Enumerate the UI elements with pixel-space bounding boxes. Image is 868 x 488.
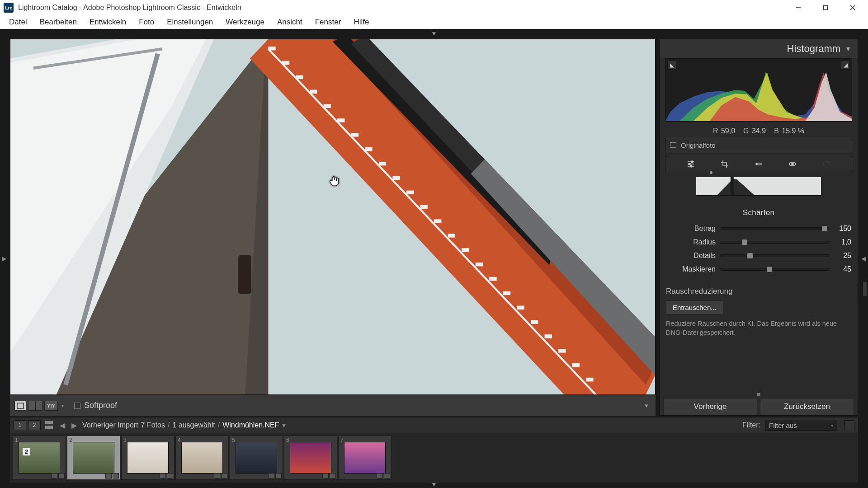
thumbnail[interactable]: 12 (13, 436, 66, 480)
denoise-description: Reduziere Rauschen durch KI. Das Ergebni… (666, 319, 851, 338)
secondary-display-button[interactable]: 2 (28, 420, 41, 430)
slider-thumb[interactable] (747, 253, 753, 259)
denoise-button[interactable]: Entrauschen... (666, 300, 723, 314)
mask-tool-icon[interactable] (822, 160, 831, 169)
image-preview[interactable] (10, 39, 656, 395)
slider-radius-track[interactable] (720, 241, 830, 244)
svg-rect-38 (586, 378, 593, 381)
menu-entwickeln[interactable]: Entwickeln (83, 16, 132, 28)
right-panel-toggle-icon[interactable]: ◀ (861, 255, 866, 262)
menu-bearbeiten[interactable]: Bearbeiten (33, 16, 83, 28)
close-button[interactable] (839, 0, 866, 15)
redeye-tool-icon[interactable] (788, 160, 797, 169)
bottom-panel-toggle-icon[interactable]: ▼ (431, 481, 437, 488)
slider-betrag-track[interactable] (720, 227, 830, 230)
thumbnail[interactable]: 4 (175, 436, 229, 480)
thumbnail-badges (105, 473, 119, 479)
svg-rect-16 (282, 61, 289, 65)
toolbar-options-dropdown-icon[interactable]: ▼ (642, 401, 651, 411)
top-panel-toggle-icon[interactable]: ▼ (431, 30, 437, 37)
svg-point-51 (792, 163, 793, 165)
panel-scroll-handle[interactable] (863, 282, 867, 297)
svg-rect-53 (696, 177, 821, 195)
slider-details: Details 25 (666, 249, 851, 263)
lightroom-logo-icon: Lrc (4, 3, 14, 13)
svg-rect-15 (268, 47, 275, 50)
softproof-checkbox[interactable] (74, 403, 80, 409)
nav-back-icon[interactable]: ◀ (59, 421, 66, 430)
before-after-yy-button[interactable]: Y|Y (44, 401, 58, 411)
svg-rect-30 (476, 263, 483, 266)
loupe-view-button[interactable] (14, 401, 26, 411)
histogram-display[interactable]: ◣ ◢ (665, 58, 852, 122)
original-photo-toggle[interactable]: Originalfoto (665, 138, 852, 152)
svg-rect-25 (406, 191, 414, 194)
thumbnail-image (290, 442, 331, 474)
menu-werkzeuge[interactable]: Werkzeuge (219, 16, 271, 28)
slider-thumb[interactable] (766, 266, 773, 272)
svg-point-45 (691, 161, 693, 163)
menu-hilfe[interactable]: Hilfe (347, 16, 375, 28)
menu-einstellungen[interactable]: Einstellungen (160, 16, 219, 28)
filter-select[interactable]: Filter aus▾ (765, 420, 837, 431)
svg-rect-26 (420, 205, 428, 208)
thumbnail[interactable]: 2 (67, 436, 120, 480)
slider-thumb[interactable] (741, 239, 748, 245)
thumbnail-badges (160, 473, 173, 479)
menu-foto[interactable]: Foto (132, 16, 160, 28)
menu-fenster[interactable]: Fenster (309, 16, 348, 28)
svg-rect-17 (296, 75, 303, 79)
minimize-button[interactable] (785, 0, 812, 15)
svg-rect-55 (731, 177, 734, 195)
thumbnail[interactable]: 3 (121, 436, 175, 480)
sharpen-section-title: Schärfen (666, 208, 851, 217)
thumbnail-badges (268, 473, 282, 479)
title-bar: Lrc Lightroom Catalog - Adobe Photoshop … (0, 0, 868, 15)
svg-rect-19 (324, 104, 331, 108)
svg-rect-34 (531, 320, 538, 324)
thumbnail[interactable]: 6 (284, 436, 337, 480)
thumbnail[interactable]: 7 (338, 436, 392, 480)
window-title: Lightroom Catalog - Adobe Photoshop Ligh… (18, 4, 241, 12)
heal-tool-icon[interactable] (754, 160, 763, 169)
left-panel-toggle-icon[interactable]: ▶ (2, 255, 7, 262)
primary-display-button[interactable]: 1 (14, 420, 26, 430)
slider-maskieren-track[interactable] (720, 268, 830, 271)
filter-lock-button[interactable] (844, 420, 854, 430)
thumbnail-index: 7 (340, 437, 344, 443)
previous-button[interactable]: Vorherige (663, 398, 757, 415)
crop-tool-icon[interactable] (720, 160, 729, 169)
menu-ansicht[interactable]: Ansicht (271, 16, 309, 28)
thumbnail-index: 3 (123, 437, 127, 443)
thumbnail[interactable]: 5 (230, 436, 283, 480)
edit-sliders-tool-icon[interactable] (686, 160, 695, 169)
grid-view-button[interactable] (45, 421, 54, 430)
slider-maskieren-value[interactable]: 45 (830, 265, 851, 273)
filmstrip-breadcrumb[interactable]: Vorheriger Import 7 Fotos/ 1 ausgewählt/… (82, 421, 286, 430)
thumbnail-image (344, 442, 386, 474)
nav-forward-icon[interactable]: ▶ (71, 421, 78, 430)
slider-radius: Radius 1,0 (666, 235, 851, 249)
noise-reduction-title: Rauschreduzierung (666, 287, 851, 296)
slider-details-value[interactable]: 25 (830, 252, 851, 260)
before-after-lr-button[interactable] (28, 401, 42, 411)
maximize-button[interactable] (812, 0, 839, 15)
thumbnail-index: 4 (178, 437, 181, 443)
view-mode-dropdown-icon[interactable]: ▾ (60, 401, 65, 411)
histogram-collapse-icon[interactable]: ▼ (845, 45, 851, 52)
slider-details-track[interactable] (720, 254, 830, 257)
shadow-clipping-icon[interactable]: ◣ (667, 61, 676, 70)
highlight-clipping-icon[interactable]: ◢ (841, 61, 850, 70)
reset-button[interactable]: Zurücksetzen (760, 398, 854, 415)
menu-datei[interactable]: Datei (3, 16, 33, 28)
slider-thumb[interactable] (821, 225, 828, 232)
thumbnail-image (181, 442, 223, 474)
filter-label: Filter: (742, 421, 760, 429)
svg-rect-32 (503, 291, 510, 295)
slider-betrag-value[interactable]: 150 (830, 225, 851, 233)
thumbnail-badges (214, 473, 227, 479)
svg-rect-36 (558, 349, 566, 352)
histogram-panel-title[interactable]: Histogramm (787, 43, 841, 55)
detail-zoom-preview[interactable] (696, 177, 821, 196)
slider-radius-value[interactable]: 1,0 (830, 238, 851, 246)
